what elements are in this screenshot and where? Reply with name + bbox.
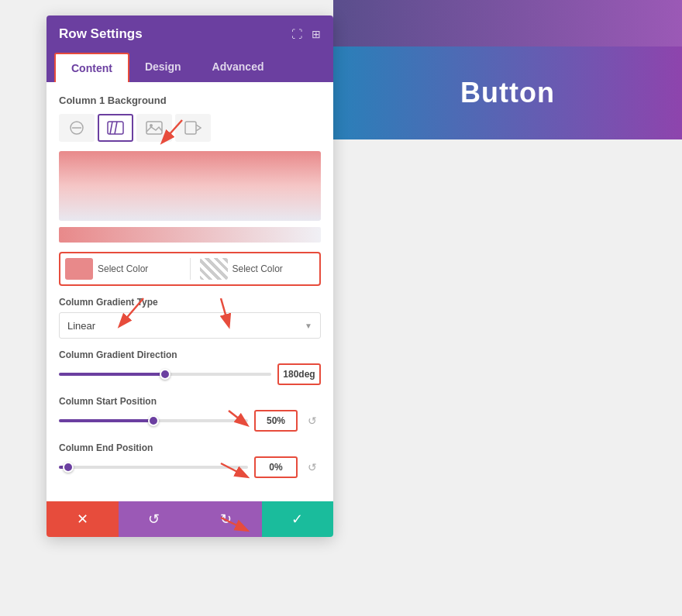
start-position-section: Column Start Position 50% ↺	[59, 396, 321, 432]
start-position-reset[interactable]: ↺	[304, 412, 321, 429]
gradient-direction-thumb[interactable]	[160, 369, 170, 380]
gradient-type-label: Column Gradient Type	[59, 297, 321, 308]
gradient-direction-label: Column Gradient Direction	[59, 349, 321, 360]
gradient-direction-fill	[59, 373, 165, 376]
bg-type-none[interactable]	[59, 114, 95, 142]
color-label-2: Select Color	[232, 263, 283, 274]
settings-panel: Row Settings ⛶ ⊞ Content Design Advanced…	[46, 15, 333, 537]
redo-icon: ↻	[220, 511, 232, 528]
none-icon	[69, 120, 84, 136]
tab-advanced[interactable]: Advanced	[197, 53, 280, 82]
tabs-bar: Content Design Advanced	[46, 53, 333, 82]
preview-gradient-bg: Button	[333, 46, 682, 139]
gradient-direction-value[interactable]: 180deg	[277, 363, 321, 385]
image-icon	[146, 121, 163, 135]
color-swatch-2	[200, 258, 228, 280]
cancel-button[interactable]: ✕	[46, 501, 119, 537]
svg-rect-7	[185, 122, 196, 134]
gradient-type-dropdown[interactable]: Linear ▼	[59, 312, 321, 339]
confirm-button[interactable]: ✓	[262, 501, 334, 537]
end-position-reset[interactable]: ↺	[304, 459, 321, 476]
color-swatch-1	[65, 258, 93, 280]
gradient-direction-slider-row: 180deg	[59, 363, 321, 385]
start-position-fill	[59, 419, 153, 422]
undo-icon: ↺	[148, 511, 160, 528]
video-icon	[184, 121, 202, 135]
gradient-bar	[59, 227, 321, 243]
gradient-type-value: Linear	[67, 320, 95, 332]
bg-type-gradient[interactable]	[98, 114, 133, 142]
gradient-preview-swatch	[59, 151, 321, 221]
undo-button[interactable]: ↺	[119, 501, 191, 537]
end-position-slider[interactable]	[59, 466, 248, 469]
bg-type-video[interactable]	[175, 114, 211, 142]
panel-header-icons: ⛶ ⊞	[291, 28, 321, 40]
bg-type-icons	[59, 114, 321, 142]
gradient-direction-slider[interactable]	[59, 373, 271, 376]
svg-line-3	[110, 122, 112, 134]
selector-divider	[190, 258, 191, 280]
end-position-label: Column End Position	[59, 442, 321, 453]
tab-content[interactable]: Content	[54, 53, 129, 82]
end-position-slider-row: 0% ↺	[59, 456, 321, 478]
cancel-icon: ✕	[77, 511, 88, 528]
panel-footer: ✕ ↺ ↻ ✓	[46, 501, 333, 537]
panel-title: Row Settings	[59, 26, 143, 42]
end-position-thumb[interactable]	[63, 462, 74, 473]
gradient-direction-section: Column Gradient Direction 180deg	[59, 349, 321, 385]
gradient-icon	[107, 121, 124, 135]
color-selector-2[interactable]: Select Color	[200, 258, 315, 280]
color-selectors-row: Select Color Select Color	[59, 252, 321, 286]
svg-line-4	[115, 122, 117, 134]
columns-icon[interactable]: ⊞	[312, 28, 321, 40]
gradient-type-row: Column Gradient Type Linear ▼	[59, 297, 321, 339]
panel-header: Row Settings ⛶ ⊞	[46, 15, 333, 53]
end-position-value[interactable]: 0%	[254, 456, 298, 478]
end-position-section: Column End Position 0% ↺	[59, 442, 321, 478]
panel-body: Column 1 Background	[46, 82, 333, 501]
dropdown-arrow-icon: ▼	[305, 322, 312, 330]
start-position-slider-row: 50% ↺	[59, 410, 321, 432]
redo-button[interactable]: ↻	[190, 501, 262, 537]
start-position-thumb[interactable]	[148, 415, 159, 426]
start-position-value[interactable]: 50%	[254, 410, 298, 432]
tab-design[interactable]: Design	[129, 53, 197, 82]
start-position-slider[interactable]	[59, 419, 248, 422]
confirm-icon: ✓	[291, 511, 303, 528]
color-selector-1[interactable]: Select Color	[65, 258, 181, 280]
bg-type-image[interactable]	[136, 114, 172, 142]
start-position-label: Column Start Position	[59, 396, 321, 407]
preview-top-bar	[333, 0, 682, 46]
expand-icon[interactable]: ⛶	[291, 28, 302, 40]
color-label-1: Select Color	[98, 263, 148, 274]
preview-button-text: Button	[460, 77, 555, 109]
section-label: Column 1 Background	[59, 95, 321, 106]
